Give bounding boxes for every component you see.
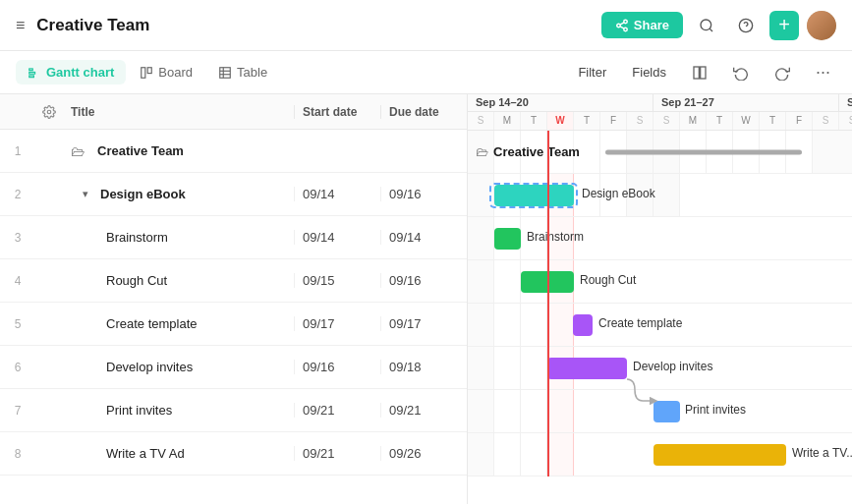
- start-date: 09/15: [294, 273, 380, 288]
- menu-icon[interactable]: ≡: [16, 17, 25, 34]
- row-title: Design eBook: [92, 187, 286, 201]
- gantt-bar-label: Brainstorm: [527, 230, 584, 244]
- week-label: Sep 21–27: [653, 94, 839, 111]
- row-title-group: 🗁 Creative Team: [63, 143, 294, 159]
- folder-icon: 🗁: [71, 143, 85, 159]
- filter-button[interactable]: Filter: [572, 61, 612, 84]
- table-row[interactable]: 3 Brainstorm 09/14 09/14: [0, 216, 467, 259]
- due-date: 09/14: [380, 230, 467, 245]
- row-title: Write a TV Ad: [98, 446, 286, 461]
- avatar[interactable]: [807, 11, 836, 40]
- gantt-bar-label: Write a TV...: [792, 446, 852, 460]
- columns-button[interactable]: [686, 61, 713, 84]
- day-label: T: [760, 112, 786, 130]
- today-line: [547, 131, 549, 476]
- tab-table[interactable]: Table: [206, 60, 279, 84]
- svg-rect-12: [142, 67, 145, 78]
- more-options-button[interactable]: ···: [810, 58, 836, 86]
- start-date: 09/14: [294, 187, 380, 201]
- table-row[interactable]: 2 ▾ Design eBook 09/14 09/16: [0, 173, 467, 216]
- share-button[interactable]: Share: [601, 12, 683, 38]
- svg-point-0: [624, 20, 628, 24]
- gantt-bar[interactable]: [547, 358, 627, 379]
- row-title: Create template: [98, 316, 286, 331]
- day-label: T: [521, 112, 547, 130]
- search-button[interactable]: [691, 10, 722, 41]
- row-title: Creative Team: [89, 143, 286, 158]
- app-title: Creative Team: [36, 16, 601, 35]
- table-row[interactable]: 7 Print invites 09/21 09/21: [0, 389, 467, 432]
- day-label: F: [786, 112, 813, 130]
- toolbar-right: Filter Fields ···: [572, 58, 836, 86]
- tab-gantt[interactable]: Gantt chart: [16, 60, 126, 84]
- tab-board-label: Board: [158, 65, 193, 80]
- day-label: S: [839, 112, 852, 130]
- svg-rect-10: [29, 72, 35, 74]
- day-label: M: [494, 112, 521, 130]
- day-label: W: [547, 112, 574, 130]
- row-title-group: Brainstorm: [63, 230, 294, 245]
- group-bar: [605, 149, 802, 154]
- gantt-bar[interactable]: [494, 228, 521, 250]
- gantt-row: 🗁 Creative Team: [468, 131, 852, 174]
- row-number: 3: [0, 231, 35, 245]
- week-label: Sep 14–20: [468, 94, 653, 111]
- gantt-bar[interactable]: [494, 185, 574, 206]
- table-row[interactable]: 6 Develop invites 09/16 09/18: [0, 346, 467, 389]
- row-number: 1: [0, 144, 35, 158]
- due-date: 09/18: [380, 360, 467, 374]
- table-row[interactable]: 1 🗁 Creative Team: [0, 130, 467, 173]
- table-row[interactable]: 4 Rough Cut 09/15 09/16: [0, 259, 467, 303]
- gantt-day-labels: S M T W T F S S M T W T F S S M T: [468, 112, 852, 130]
- svg-line-6: [710, 28, 712, 31]
- svg-rect-14: [220, 67, 231, 78]
- toolbar: Gantt chart Board Table Filter Fields ··…: [0, 51, 852, 94]
- row-number: 6: [0, 361, 35, 374]
- svg-point-2: [624, 28, 628, 31]
- due-date: 09/26: [380, 446, 467, 461]
- gantt-row: Write a TV...: [468, 433, 852, 476]
- row-number: 4: [0, 274, 35, 288]
- gantt-row: Rough Cut: [468, 260, 852, 304]
- row-number: 5: [0, 317, 35, 331]
- main-content: Title Start date Due date 1 🗁 Creative T…: [0, 94, 852, 504]
- gantt-week-labels: Sep 14–20 Sep 21–27 Sep 2...: [468, 94, 852, 112]
- row-title: Print invites: [98, 403, 286, 418]
- row-title-group: Create template: [63, 316, 294, 331]
- due-date: 09/16: [380, 273, 467, 288]
- row-title-group: Print invites: [63, 403, 294, 418]
- gantt-row: Brainstorm: [468, 217, 852, 260]
- gantt-bar-label: Create template: [598, 316, 682, 330]
- gantt-bar-label: Print invites: [685, 403, 746, 417]
- undo-button[interactable]: [727, 61, 755, 84]
- add-button[interactable]: +: [769, 11, 799, 40]
- day-label: W: [733, 112, 760, 130]
- gantt-bar[interactable]: [653, 401, 680, 422]
- start-date: 09/17: [294, 316, 380, 331]
- table-row[interactable]: 5 Create template 09/17 09/17: [0, 303, 467, 346]
- gantt-bar-label: Develop invites: [633, 360, 712, 373]
- row-number: 2: [0, 188, 35, 201]
- day-label: T: [707, 112, 733, 130]
- gantt-chart: Sep 14–20 Sep 21–27 Sep 2... S M T W T F…: [468, 94, 852, 504]
- fields-button[interactable]: Fields: [626, 61, 672, 84]
- gantt-bar[interactable]: [573, 314, 593, 336]
- start-date-column-header: Start date: [294, 105, 380, 119]
- row-title: Develop invites: [98, 360, 286, 374]
- gantt-bar-label: Design eBook: [582, 187, 655, 200]
- help-button[interactable]: [730, 10, 762, 41]
- svg-rect-9: [29, 68, 33, 70]
- settings-icon[interactable]: [35, 105, 63, 119]
- gantt-bar[interactable]: [653, 444, 786, 466]
- tab-gantt-label: Gantt chart: [46, 65, 114, 80]
- gantt-row: Develop invites: [468, 347, 852, 390]
- redo-button[interactable]: [768, 61, 796, 84]
- start-date: 09/16: [294, 360, 380, 374]
- start-date: 09/21: [294, 403, 380, 418]
- svg-point-20: [47, 110, 51, 114]
- gantt-group-label: Creative Team: [493, 144, 580, 159]
- tab-board[interactable]: Board: [128, 60, 204, 84]
- row-title: Brainstorm: [98, 230, 286, 245]
- row-number: 8: [0, 447, 35, 461]
- table-row[interactable]: 8 Write a TV Ad 09/21 09/26: [0, 432, 467, 476]
